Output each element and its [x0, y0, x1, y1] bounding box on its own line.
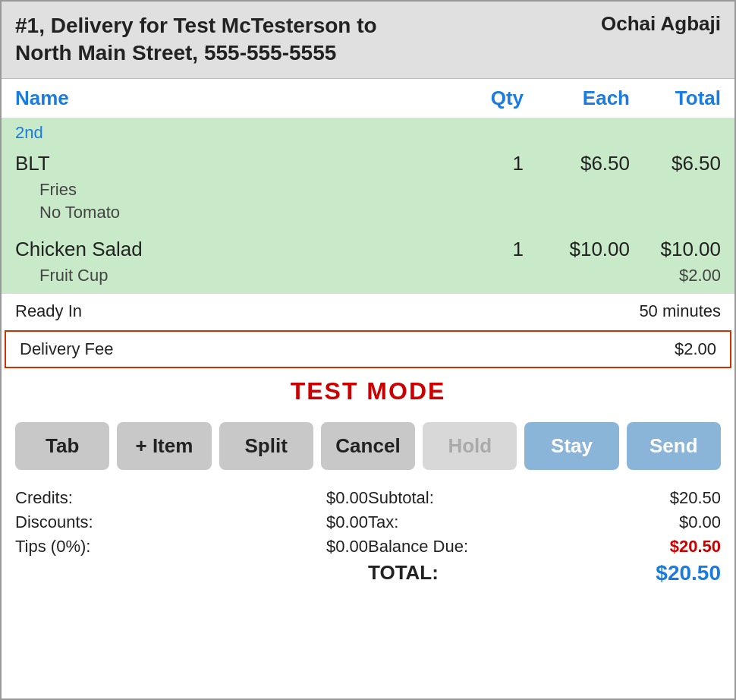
modifier-price-fruit-cup: $2.00 [630, 266, 721, 285]
partial-row: 2nd [2, 118, 734, 144]
item-total-blt: $6.50 [630, 152, 721, 175]
ready-in-value: 50 minutes [639, 301, 721, 321]
stay-button[interactable]: Stay [524, 422, 618, 470]
total-row: TOTAL: $20.50 [368, 561, 721, 585]
tax-value: $0.00 [679, 512, 721, 532]
test-mode-banner: TEST MODE [2, 370, 734, 413]
partial-row-label: 2nd [15, 123, 43, 143]
ready-in-row: Ready In 50 minutes [2, 293, 734, 329]
header-title-line2: North Main Street, 555-555-5555 [15, 41, 336, 65]
tips-row: Tips (0%): $0.00 [15, 537, 368, 557]
item-name-chicken-salad: Chicken Salad [15, 238, 448, 261]
header: #1, Delivery for Test McTesterson to Nor… [2, 2, 734, 79]
item-each-blt: $6.50 [524, 152, 630, 175]
col-header-each: Each [524, 87, 630, 110]
tab-button[interactable]: Tab [15, 422, 109, 470]
tips-value: $0.00 [326, 537, 368, 557]
total-value: $20.50 [656, 561, 721, 585]
header-title-line1: #1, Delivery for Test McTesterson to [15, 14, 377, 37]
subtotal-value: $20.50 [670, 488, 721, 508]
col-header-name: Name [15, 87, 448, 110]
subtotal-label: Subtotal: [368, 488, 434, 508]
tips-label: Tips (0%): [15, 537, 90, 557]
items-area: 2nd BLT 1 $6.50 $6.50 Fries No Tomato Ch… [2, 118, 734, 293]
ready-in-label: Ready In [15, 301, 82, 321]
balance-row: Balance Due: $20.50 [368, 537, 721, 557]
total-label: TOTAL: [368, 561, 439, 585]
test-mode-text: TEST MODE [291, 377, 446, 405]
modifier-name-fries: Fries [39, 180, 721, 200]
tax-label: Tax: [368, 512, 398, 532]
totals-right: Subtotal: $20.50 Tax: $0.00 Balance Due:… [368, 488, 721, 585]
tax-row: Tax: $0.00 [368, 512, 721, 532]
item-total-chicken-salad: $10.00 [630, 238, 721, 261]
totals-left: Credits: $0.00 Discounts: $0.00 Tips (0%… [15, 488, 368, 585]
item-group-blt: BLT 1 $6.50 $6.50 Fries No Tomato [2, 144, 734, 230]
item-row-chicken-salad: Chicken Salad 1 $10.00 $10.00 [2, 230, 734, 264]
credits-label: Credits: [15, 488, 73, 508]
discounts-label: Discounts: [15, 512, 93, 532]
item-each-chicken-salad: $10.00 [524, 238, 630, 261]
delivery-fee-row: Delivery Fee $2.00 [5, 330, 731, 368]
header-title: #1, Delivery for Test McTesterson to Nor… [15, 12, 377, 68]
column-headers: Name Qty Each Total [2, 79, 734, 118]
col-header-qty: Qty [448, 87, 524, 110]
totals-area: Credits: $0.00 Discounts: $0.00 Tips (0%… [2, 479, 734, 599]
modifier-row-fries: Fries [2, 178, 734, 201]
item-name-blt: BLT [15, 152, 448, 175]
item-group-chicken-salad: Chicken Salad 1 $10.00 $10.00 Fruit Cup … [2, 230, 734, 293]
receipt-container: #1, Delivery for Test McTesterson to Nor… [0, 0, 736, 700]
buttons-row: Tab + Item Split Cancel Hold Stay Send [2, 413, 734, 479]
credits-value: $0.00 [326, 488, 368, 508]
add-item-button[interactable]: + Item [117, 422, 211, 470]
modifier-row-no-tomato: No Tomato [2, 201, 734, 224]
credits-row: Credits: $0.00 [15, 488, 368, 508]
split-button[interactable]: Split [219, 422, 313, 470]
send-button[interactable]: Send [627, 422, 721, 470]
item-qty-chicken-salad: 1 [448, 238, 524, 261]
hold-button: Hold [423, 422, 517, 470]
modifier-name-fruit-cup: Fruit Cup [39, 266, 630, 285]
header-agent: Ochai Agbaji [601, 12, 721, 36]
subtotal-row: Subtotal: $20.50 [368, 488, 721, 508]
delivery-fee-value: $2.00 [675, 339, 716, 359]
item-qty-blt: 1 [448, 152, 524, 175]
cancel-button[interactable]: Cancel [321, 422, 415, 470]
balance-label: Balance Due: [368, 537, 468, 557]
col-header-total: Total [630, 87, 721, 110]
modifier-row-fruit-cup: Fruit Cup $2.00 [2, 264, 734, 287]
item-row-blt: BLT 1 $6.50 $6.50 [2, 144, 734, 178]
balance-value: $20.50 [670, 537, 721, 557]
discounts-row: Discounts: $0.00 [15, 512, 368, 532]
discounts-value: $0.00 [326, 512, 368, 532]
delivery-fee-label: Delivery Fee [20, 339, 113, 359]
modifier-name-no-tomato: No Tomato [39, 203, 721, 222]
